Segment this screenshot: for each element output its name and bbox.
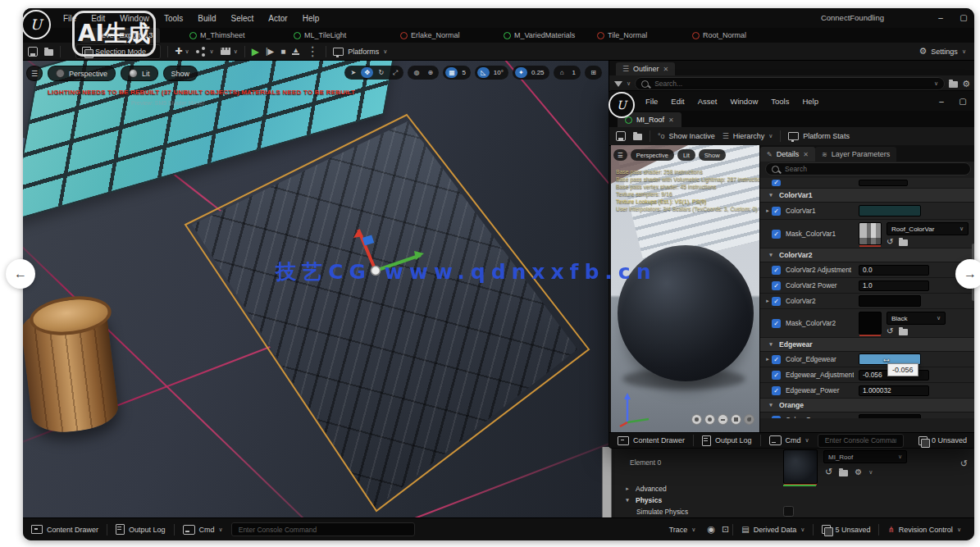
angle-snap-icon[interactable]: ◺ [477,67,490,78]
expand-icon[interactable]: ▸ [763,417,772,418]
expand-icon[interactable]: ▸ [763,298,772,304]
param-checkbox[interactable]: ✓ [772,416,781,419]
preview-show-dropdown[interactable]: Show [699,149,726,161]
filter-caret-icon[interactable]: ∨ [627,80,631,87]
skip-button[interactable]: |▶ [266,47,274,56]
scalar-input[interactable]: 0.0 [859,265,929,276]
scale-snap-value[interactable]: 0.25 [529,69,547,76]
param-checkbox[interactable]: ✓ [772,180,781,186]
minimize-button[interactable]: – [930,13,951,22]
sphere-shape-button[interactable] [704,414,715,425]
section-orange[interactable]: ▾Orange [760,399,974,413]
preview-lit-dropdown[interactable]: Lit [677,149,695,161]
material-slot-dropdown[interactable]: MI_Roof∨ [823,450,907,463]
surface-snap-icon[interactable]: ⊕ [424,67,436,78]
scalar-input[interactable]: 1.000032 [859,385,929,396]
add-actor-button[interactable]: ✚∨ [175,46,189,57]
play-options-icon[interactable]: ⋮ [306,43,319,59]
mi-cmd-dropdown[interactable]: Cmd∨ [761,433,818,448]
section-edgewear[interactable]: ▾Edgewear [760,338,974,352]
browse-icon[interactable] [44,49,53,56]
mi-menu-file[interactable]: File [639,91,664,111]
mi-content-drawer-button[interactable]: Content Drawer [609,433,693,448]
save-icon[interactable] [28,47,38,57]
camera-speed-value[interactable]: 1 [570,69,578,76]
show-inactive-button[interactable]: °oShow Inactive [658,132,715,140]
camera-speed-icon[interactable]: ⌂ [556,67,568,78]
outliner-search-input[interactable]: ∨ [635,77,945,90]
color-swatch[interactable] [859,414,921,418]
section-colorvar1[interactable]: ▾ColorVar1 [760,189,974,203]
asset-options-icon[interactable]: ⚙ [855,467,862,476]
physics-section[interactable]: ▾Physics [623,496,662,504]
mi-restore-button[interactable]: ▢ [952,97,973,106]
expand-icon[interactable]: ▸ [763,207,772,214]
param-checkbox[interactable]: ✓ [772,371,781,380]
material-preview-viewport[interactable]: ☰ Perspective Lit Show Base pass shader:… [611,145,759,433]
use-selected-icon[interactable]: ↺ [825,467,832,477]
texture-thumbnail[interactable] [859,222,882,245]
color-swatch[interactable] [859,295,921,307]
menu-select[interactable]: Select [224,8,262,28]
preview-perspective-dropdown[interactable]: Perspective [631,149,674,161]
color-swatch[interactable] [859,205,921,217]
dock-splitter[interactable] [602,447,612,518]
mi-menu-tools[interactable]: Tools [764,91,795,111]
scale-tool-icon[interactable]: ⤢ [389,67,401,78]
use-selected-icon[interactable]: ↺ [887,237,893,246]
restore-button[interactable]: ▢ [953,13,974,22]
scalar-input[interactable]: 1.0 [859,280,929,291]
browse-to-asset-icon[interactable] [899,329,908,335]
prev-arrow-button[interactable]: ← [6,259,35,289]
filter-icon[interactable] [614,81,622,87]
viewport-menu-icon[interactable]: ☰ [26,66,43,81]
tab-material-2[interactable]: ML_TileLight [287,28,353,43]
content-drawer-button[interactable]: Content Drawer [23,518,107,540]
grid-snap-value[interactable]: 5 [459,69,467,76]
texture-dropdown[interactable]: Black∨ [887,312,946,325]
platforms-dropdown[interactable]: Platforms∨ [333,48,387,56]
select-tool-icon[interactable]: ➤ [347,67,359,78]
texture-thumbnail[interactable] [859,312,882,335]
mi-unsaved-badge[interactable]: 0 Unsaved [910,433,974,448]
param-checkbox[interactable]: ✓ [772,355,781,364]
scale-snap-icon[interactable]: ✦ [515,67,527,78]
cinematics-button[interactable]: ∨ [221,48,238,55]
advanced-section[interactable]: ▸Advanced [623,485,667,493]
browse-to-asset-icon[interactable] [899,239,908,246]
next-arrow-button[interactable]: → [955,259,980,289]
plane-shape-button[interactable] [718,414,728,425]
mi-menu-asset[interactable]: Asset [691,91,724,111]
param-checkbox[interactable]: ✓ [772,207,781,216]
output-log-button[interactable]: Output Log [107,518,174,540]
cmd-dropdown[interactable]: Cmd∨ [175,518,231,540]
section-colorvar2[interactable]: ▾ColorVar2 [760,248,974,262]
level-viewport[interactable]: ☰ Perspective Lit Show ➤ ✥ ↻ ⤢ ◍ ⊕ [23,61,609,518]
menu-tools[interactable]: Tools [157,8,190,28]
trace-dropdown[interactable]: Trace∨ [661,518,704,540]
mi-menu-help[interactable]: Help [795,91,825,111]
eject-button[interactable]: ▲ [292,48,299,55]
preview-menu-icon[interactable]: ☰ [613,149,627,161]
param-checkbox[interactable]: ✓ [772,319,781,328]
tab-texture-2[interactable]: Tile_Normal [590,28,654,43]
angle-snap-value[interactable]: 10° [491,69,506,76]
close-icon[interactable]: ✕ [668,116,674,124]
blueprints-button[interactable]: ∨ [196,48,214,55]
param-checkbox[interactable]: ✓ [772,297,781,306]
param-checkbox[interactable]: ✓ [772,230,781,239]
settings-dropdown[interactable]: ⚙ Settings∨ [918,46,966,57]
move-tool-icon[interactable]: ✥ [361,67,373,78]
caret-icon[interactable]: ∨ [868,469,873,476]
derived-data-dropdown[interactable]: ▤ Derived Data∨ [733,518,813,540]
mi-output-log-button[interactable]: Output Log [694,433,760,448]
param-checkbox[interactable]: ✓ [772,281,781,290]
cylinder-shape-button[interactable] [691,414,702,425]
menu-build[interactable]: Build [190,8,223,28]
param-checkbox[interactable]: ✓ [772,386,781,395]
menu-actor[interactable]: Actor [261,8,294,28]
material-thumbnail[interactable] [783,449,818,484]
screenshot-icon[interactable]: ⊡ [718,524,732,535]
tab-texture-3[interactable]: Root_Normal [686,28,753,43]
play-button[interactable]: ▶ [252,46,259,57]
